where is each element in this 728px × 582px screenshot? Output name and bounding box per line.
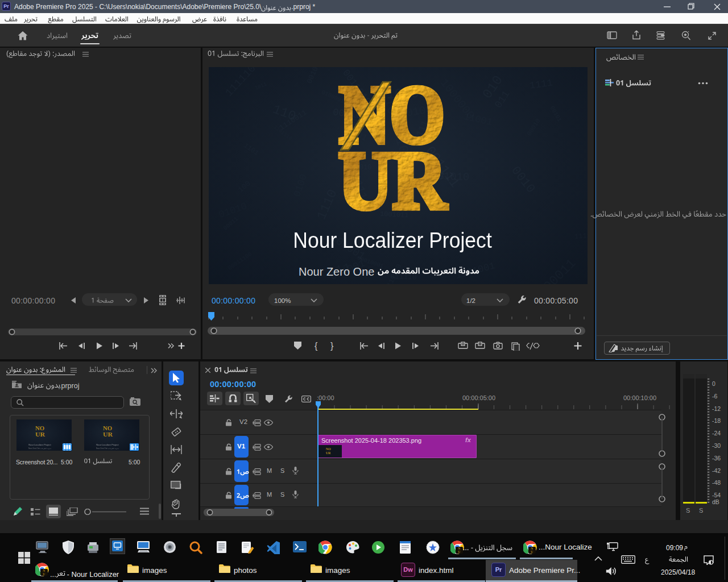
svg-text:NO: NO: [103, 425, 112, 431]
svg-text:UR: UR: [35, 431, 45, 438]
svg-text:UR: UR: [103, 431, 113, 438]
svg-text:NO: NO: [35, 425, 44, 431]
